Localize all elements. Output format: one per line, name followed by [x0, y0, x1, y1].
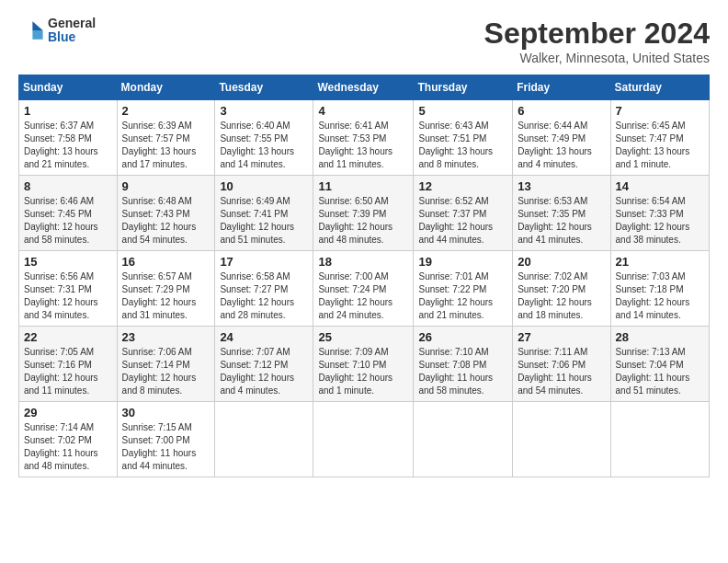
- header-monday: Monday: [117, 75, 215, 100]
- sunrise-label: Sunrise: 7:11 AM: [518, 347, 587, 357]
- day-number: 23: [122, 330, 210, 344]
- calendar-table: Sunday Monday Tuesday Wednesday Thursday…: [18, 75, 710, 477]
- header-thursday: Thursday: [414, 75, 513, 100]
- day-info: Sunrise: 6:39 AM Sunset: 7:57 PM Dayligh…: [122, 120, 210, 171]
- day-cell: 10 Sunrise: 6:49 AM Sunset: 7:41 PM Dayl…: [215, 176, 313, 251]
- day-number: 16: [122, 255, 210, 269]
- day-number: 4: [318, 104, 408, 118]
- day-cell: 14 Sunrise: 6:54 AM Sunset: 7:33 PM Dayl…: [610, 176, 709, 251]
- sunrise-label: Sunrise: 7:06 AM: [122, 347, 192, 357]
- calendar-page: General Blue September 2024 Walker, Minn…: [0, 0, 728, 563]
- day-info: Sunrise: 6:43 AM Sunset: 7:51 PM Dayligh…: [418, 120, 507, 171]
- day-info: Sunrise: 6:40 AM Sunset: 7:55 PM Dayligh…: [220, 120, 308, 171]
- sunrise-label: Sunrise: 6:45 AM: [616, 121, 686, 131]
- day-info: Sunrise: 6:44 AM Sunset: 7:49 PM Dayligh…: [518, 120, 605, 171]
- sunrise-label: Sunrise: 6:46 AM: [24, 196, 94, 206]
- sunrise-label: Sunrise: 6:44 AM: [518, 121, 587, 131]
- sunrise-label: Sunrise: 7:02 AM: [518, 271, 587, 282]
- sunset-label: Sunset: 7:31 PM: [24, 284, 92, 294]
- logo-general: General: [48, 17, 96, 30]
- day-cell: 1 Sunrise: 6:37 AM Sunset: 7:58 PM Dayli…: [19, 100, 118, 176]
- sunrise-label: Sunrise: 7:10 AM: [418, 347, 488, 357]
- daylight-label: Daylight: 11 hours and 44 minutes.: [122, 448, 197, 471]
- day-cell: 24 Sunrise: 7:07 AM Sunset: 7:12 PM Dayl…: [215, 327, 313, 402]
- sunrise-label: Sunrise: 6:58 AM: [220, 271, 290, 282]
- daylight-label: Daylight: 12 hours and 34 minutes.: [24, 297, 98, 320]
- sunrise-label: Sunrise: 6:50 AM: [318, 196, 388, 206]
- day-cell: 9 Sunrise: 6:48 AM Sunset: 7:43 PM Dayli…: [117, 176, 215, 251]
- day-info: Sunrise: 6:45 AM Sunset: 7:47 PM Dayligh…: [616, 120, 704, 171]
- sunset-label: Sunset: 7:35 PM: [518, 209, 586, 219]
- day-number: 14: [616, 179, 704, 193]
- day-number: 15: [24, 255, 112, 269]
- sunset-label: Sunset: 7:22 PM: [418, 284, 486, 294]
- sunrise-label: Sunrise: 6:54 AM: [616, 196, 686, 206]
- sunrise-label: Sunrise: 7:09 AM: [318, 347, 388, 357]
- day-number: 24: [220, 330, 308, 344]
- svg-marker-2: [32, 30, 42, 40]
- day-cell: 23 Sunrise: 7:06 AM Sunset: 7:14 PM Dayl…: [117, 327, 215, 402]
- sunrise-label: Sunrise: 6:40 AM: [220, 121, 290, 131]
- day-number: 19: [418, 255, 507, 269]
- logo-blue: Blue: [48, 30, 96, 44]
- sunset-label: Sunset: 7:20 PM: [518, 284, 586, 294]
- day-cell: 30 Sunrise: 7:15 AM Sunset: 7:00 PM Dayl…: [117, 402, 215, 477]
- day-number: 8: [24, 179, 112, 193]
- header-friday: Friday: [513, 75, 610, 100]
- logo-text: General Blue: [48, 17, 96, 45]
- day-number: 2: [122, 104, 210, 118]
- sunrise-label: Sunrise: 6:48 AM: [122, 196, 192, 206]
- sunset-label: Sunset: 7:04 PM: [616, 360, 684, 370]
- day-cell: 29 Sunrise: 7:14 AM Sunset: 7:02 PM Dayl…: [19, 402, 118, 477]
- day-number: 26: [418, 330, 507, 344]
- sunset-label: Sunset: 7:47 PM: [616, 133, 684, 144]
- logo-icon: [18, 17, 44, 43]
- sunrise-label: Sunrise: 6:37 AM: [24, 121, 94, 131]
- sunset-label: Sunset: 7:18 PM: [616, 284, 684, 294]
- weekday-header-row: Sunday Monday Tuesday Wednesday Thursday…: [19, 75, 710, 100]
- day-cell: 27 Sunrise: 7:11 AM Sunset: 7:06 PM Dayl…: [513, 327, 610, 402]
- day-number: 7: [616, 104, 704, 118]
- sunset-label: Sunset: 7:14 PM: [122, 360, 190, 370]
- day-number: 1: [24, 104, 112, 118]
- day-info: Sunrise: 6:54 AM Sunset: 7:33 PM Dayligh…: [616, 195, 704, 247]
- daylight-label: Daylight: 12 hours and 28 minutes.: [220, 297, 294, 320]
- month-title: September 2024: [484, 17, 710, 51]
- sunrise-label: Sunrise: 6:57 AM: [122, 271, 192, 282]
- sunrise-label: Sunrise: 7:13 AM: [616, 347, 686, 357]
- sunset-label: Sunset: 7:55 PM: [220, 133, 288, 144]
- day-number: 11: [318, 179, 408, 193]
- sunset-label: Sunset: 7:33 PM: [616, 209, 684, 219]
- day-cell: 13 Sunrise: 6:53 AM Sunset: 7:35 PM Dayl…: [513, 176, 610, 251]
- sunrise-label: Sunrise: 6:52 AM: [418, 196, 488, 206]
- logo: General Blue: [18, 17, 96, 45]
- daylight-label: Daylight: 12 hours and 21 minutes.: [418, 297, 493, 320]
- day-info: Sunrise: 7:07 AM Sunset: 7:12 PM Dayligh…: [220, 346, 308, 397]
- sunrise-label: Sunrise: 7:01 AM: [418, 271, 488, 282]
- day-cell: 5 Sunrise: 6:43 AM Sunset: 7:51 PM Dayli…: [414, 100, 513, 176]
- header-tuesday: Tuesday: [215, 75, 313, 100]
- daylight-label: Daylight: 12 hours and 1 minute.: [318, 373, 392, 396]
- sunset-label: Sunset: 7:29 PM: [122, 284, 190, 294]
- day-cell: 21 Sunrise: 7:03 AM Sunset: 7:18 PM Dayl…: [610, 251, 709, 327]
- day-cell: 19 Sunrise: 7:01 AM Sunset: 7:22 PM Dayl…: [414, 251, 513, 327]
- daylight-label: Daylight: 13 hours and 11 minutes.: [318, 146, 392, 169]
- day-number: 3: [220, 104, 308, 118]
- location: Walker, Minnesota, United States: [484, 51, 710, 65]
- day-info: Sunrise: 6:53 AM Sunset: 7:35 PM Dayligh…: [518, 195, 605, 247]
- day-info: Sunrise: 7:01 AM Sunset: 7:22 PM Dayligh…: [418, 270, 507, 322]
- daylight-label: Daylight: 13 hours and 1 minute.: [616, 146, 690, 169]
- sunset-label: Sunset: 7:06 PM: [518, 360, 586, 370]
- day-cell: 12 Sunrise: 6:52 AM Sunset: 7:37 PM Dayl…: [414, 176, 513, 251]
- sunrise-label: Sunrise: 7:05 AM: [24, 347, 94, 357]
- day-number: 6: [518, 104, 605, 118]
- day-cell: [513, 402, 610, 477]
- daylight-label: Daylight: 13 hours and 14 minutes.: [220, 146, 294, 169]
- daylight-label: Daylight: 11 hours and 48 minutes.: [24, 448, 98, 471]
- sunset-label: Sunset: 7:53 PM: [318, 133, 386, 144]
- daylight-label: Daylight: 12 hours and 48 minutes.: [318, 222, 392, 245]
- sunset-label: Sunset: 7:12 PM: [220, 360, 288, 370]
- day-cell: 22 Sunrise: 7:05 AM Sunset: 7:16 PM Dayl…: [19, 327, 118, 402]
- day-number: 9: [122, 179, 210, 193]
- sunset-label: Sunset: 7:00 PM: [122, 435, 190, 445]
